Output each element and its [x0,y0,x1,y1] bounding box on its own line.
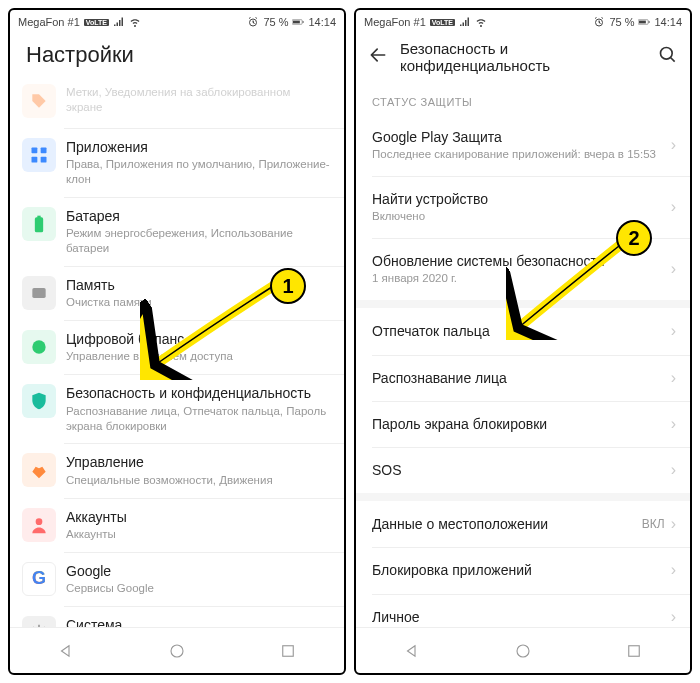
chevron-right-icon: › [671,322,676,340]
settings-row-digital-balance[interactable]: Цифровой балансУправление временем досту… [10,320,344,374]
annotation-marker-2: 2 [616,220,652,256]
row-title: Обновление системы безопасности [372,252,665,270]
svg-rect-10 [32,288,45,298]
wifi-icon [129,16,141,28]
arrow-left-icon [368,45,388,65]
battery-icon [292,16,304,28]
row-title: Найти устройство [372,190,665,208]
chevron-right-icon: › [671,260,676,278]
svg-rect-15 [283,645,294,656]
svg-rect-2 [293,21,300,24]
settings-row-apps[interactable]: ПриложенияПрава, Приложения по умолчанию… [10,128,344,197]
battery-icon [638,16,650,28]
svg-point-14 [171,645,183,657]
row-fingerprint[interactable]: Отпечаток пальца › [356,308,690,354]
svg-point-12 [36,518,43,525]
settings-row-google[interactable]: G GoogleСервисы Google [10,552,344,606]
wifi-icon [475,16,487,28]
alarm-icon [593,16,605,28]
svg-rect-4 [32,148,38,154]
phone-left: MegaFon #1 VoLTE 75 % 14:14 Настройки Ме… [8,8,346,675]
svg-point-11 [32,341,45,354]
svg-point-21 [517,645,529,657]
row-title: SOS [372,461,665,479]
alarm-icon [247,16,259,28]
section-gap [356,493,690,501]
nav-bar [10,627,344,673]
nav-home[interactable] [147,628,207,673]
row-title: Безопасность и конфиденциальность [66,384,330,402]
svg-rect-9 [37,216,40,219]
row-location[interactable]: Данные о местоположении ВКЛ › [356,501,690,547]
section-gap [356,300,690,308]
page-title: Настройки [10,32,344,74]
row-play-protect[interactable]: Google Play ЗащитаПоследнее сканирование… [356,114,690,176]
row-title: Управление [66,453,330,471]
status-bar: MegaFon #1 VoLTE 75 % 14:14 [356,10,690,32]
row-title: Аккаунты [66,508,330,526]
row-title: Система [66,616,330,627]
balance-icon [22,330,56,364]
settings-row-battery[interactable]: БатареяРежим энергосбережения, Использов… [10,197,344,266]
row-sub: Метки, Уведомления на заблокированном эк… [66,85,330,115]
row-sub: Права, Приложения по умолчанию, Приложен… [66,157,330,187]
back-button[interactable] [368,45,388,69]
phone-right: MegaFon #1 VoLTE 75 % 14:14 Безопасность… [354,8,692,675]
nav-recent[interactable] [258,628,318,673]
row-title: Цифровой баланс [66,330,330,348]
nav-home[interactable] [493,628,553,673]
nav-recent[interactable] [604,628,664,673]
storage-icon [22,276,56,310]
svg-rect-3 [303,21,304,23]
svg-rect-19 [649,21,650,23]
clock: 14:14 [308,16,336,28]
security-list[interactable]: СТАТУС ЗАЩИТЫ Google Play ЗащитаПоследне… [356,82,690,627]
header: Безопасность и конфиденциальность [356,32,690,82]
settings-row-accounts[interactable]: АккаунтыАккаунты [10,498,344,552]
annotation-marker-1: 1 [270,268,306,304]
chevron-right-icon: › [671,136,676,154]
tag-icon [22,84,56,118]
settings-list[interactable]: Метки, Уведомления на заблокированном эк… [10,74,344,627]
row-title: Блокировка приложений [372,561,665,579]
row-title: Google [66,562,330,580]
row-lock-password[interactable]: Пароль экрана блокировки › [356,401,690,447]
nav-back[interactable] [382,628,442,673]
battery-pct: 75 % [263,16,288,28]
search-icon [658,45,678,65]
svg-rect-18 [639,21,646,24]
clock: 14:14 [654,16,682,28]
row-sub: 1 января 2020 г. [372,271,665,286]
row-sub: Режим энергосбережения, Использование ба… [66,226,330,256]
row-title: Отпечаток пальца [372,322,665,340]
nav-back[interactable] [36,628,96,673]
chevron-right-icon: › [671,369,676,387]
volte-badge: VoLTE [84,19,109,26]
settings-row-smart-assist[interactable]: УправлениеСпециальные возможности, Движе… [10,443,344,497]
row-app-lock[interactable]: Блокировка приложений › [356,547,690,593]
signal-icon [459,16,471,28]
row-title: Батарея [66,207,330,225]
row-private[interactable]: Личное › [356,594,690,628]
settings-row-security[interactable]: Безопасность и конфиденциальностьРаспозн… [10,374,344,443]
chevron-right-icon: › [671,461,676,479]
svg-rect-8 [35,217,43,232]
search-button[interactable] [658,45,678,69]
settings-row-system[interactable]: СистемаСистемная навигация, Обновление П… [10,606,344,627]
chevron-right-icon: › [671,415,676,433]
row-title: Распознавание лица [372,369,665,387]
signal-icon [113,16,125,28]
battery-icon [22,207,56,241]
row-sub: Включено [372,209,665,224]
svg-rect-7 [41,157,47,163]
row-title: Пароль экрана блокировки [372,415,665,433]
volte-badge: VoLTE [430,19,455,26]
svg-rect-5 [41,148,47,154]
row-sos[interactable]: SOS › [356,447,690,493]
row-sub: Специальные возможности, Движения [66,473,330,488]
chevron-right-icon: › [671,515,676,533]
row-sub: Распознавание лица, Отпечаток пальца, Па… [66,404,330,434]
row-title: Google Play Защита [372,128,665,146]
settings-row-notifications[interactable]: Метки, Уведомления на заблокированном эк… [10,74,344,128]
row-face-recognition[interactable]: Распознавание лица › [356,355,690,401]
